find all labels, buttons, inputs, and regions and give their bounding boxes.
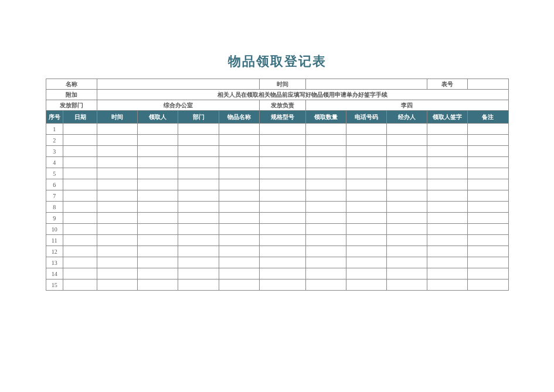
cell-dept[interactable]	[178, 202, 219, 213]
cell-handler[interactable]	[387, 224, 427, 235]
cell-handler[interactable]	[387, 135, 427, 146]
cell-qty[interactable]	[306, 213, 346, 224]
cell-requester[interactable]	[138, 213, 178, 224]
cell-phone[interactable]	[346, 190, 387, 202]
cell-remark[interactable]	[468, 124, 508, 135]
cell-phone[interactable]	[346, 268, 387, 279]
cell-requester[interactable]	[138, 279, 178, 291]
cell-date[interactable]	[63, 168, 97, 179]
cell-sign[interactable]	[427, 168, 468, 179]
cell-date[interactable]	[63, 146, 97, 157]
number-value[interactable]	[468, 79, 508, 90]
cell-time[interactable]	[97, 202, 138, 213]
cell-sign[interactable]	[427, 190, 468, 202]
cell-handler[interactable]	[387, 246, 427, 257]
cell-item[interactable]	[219, 135, 259, 146]
cell-spec[interactable]	[259, 213, 306, 224]
cell-spec[interactable]	[259, 279, 306, 291]
cell-item[interactable]	[219, 257, 259, 268]
cell-item[interactable]	[219, 146, 259, 157]
cell-item[interactable]	[219, 202, 259, 213]
cell-qty[interactable]	[306, 279, 346, 291]
cell-qty[interactable]	[306, 168, 346, 179]
cell-requester[interactable]	[138, 146, 178, 157]
cell-remark[interactable]	[468, 268, 508, 279]
cell-phone[interactable]	[346, 235, 387, 246]
cell-phone[interactable]	[346, 146, 387, 157]
cell-phone[interactable]	[346, 135, 387, 146]
cell-remark[interactable]	[468, 202, 508, 213]
cell-handler[interactable]	[387, 190, 427, 202]
cell-time[interactable]	[97, 246, 138, 257]
cell-requester[interactable]	[138, 268, 178, 279]
cell-spec[interactable]	[259, 202, 306, 213]
cell-remark[interactable]	[468, 213, 508, 224]
cell-item[interactable]	[219, 224, 259, 235]
cell-dept[interactable]	[178, 124, 219, 135]
cell-time[interactable]	[97, 124, 138, 135]
cell-sign[interactable]	[427, 279, 468, 291]
cell-requester[interactable]	[138, 157, 178, 168]
time-value[interactable]	[306, 79, 427, 90]
cell-sign[interactable]	[427, 202, 468, 213]
cell-time[interactable]	[97, 135, 138, 146]
cell-requester[interactable]	[138, 124, 178, 135]
cell-qty[interactable]	[306, 179, 346, 190]
cell-phone[interactable]	[346, 179, 387, 190]
cell-remark[interactable]	[468, 135, 508, 146]
cell-requester[interactable]	[138, 246, 178, 257]
cell-date[interactable]	[63, 124, 97, 135]
cell-spec[interactable]	[259, 179, 306, 190]
cell-handler[interactable]	[387, 124, 427, 135]
cell-qty[interactable]	[306, 135, 346, 146]
cell-item[interactable]	[219, 213, 259, 224]
cell-handler[interactable]	[387, 279, 427, 291]
cell-requester[interactable]	[138, 179, 178, 190]
cell-date[interactable]	[63, 257, 97, 268]
cell-qty[interactable]	[306, 146, 346, 157]
cell-time[interactable]	[97, 224, 138, 235]
cell-item[interactable]	[219, 279, 259, 291]
cell-remark[interactable]	[468, 235, 508, 246]
cell-sign[interactable]	[427, 235, 468, 246]
cell-date[interactable]	[63, 190, 97, 202]
cell-remark[interactable]	[468, 146, 508, 157]
cell-dept[interactable]	[178, 157, 219, 168]
cell-dept[interactable]	[178, 268, 219, 279]
cell-item[interactable]	[219, 246, 259, 257]
cell-spec[interactable]	[259, 224, 306, 235]
cell-spec[interactable]	[259, 190, 306, 202]
cell-qty[interactable]	[306, 124, 346, 135]
cell-item[interactable]	[219, 168, 259, 179]
cell-date[interactable]	[63, 235, 97, 246]
cell-handler[interactable]	[387, 179, 427, 190]
cell-date[interactable]	[63, 213, 97, 224]
cell-item[interactable]	[219, 235, 259, 246]
cell-dept[interactable]	[178, 246, 219, 257]
cell-phone[interactable]	[346, 224, 387, 235]
cell-spec[interactable]	[259, 235, 306, 246]
cell-phone[interactable]	[346, 157, 387, 168]
cell-dept[interactable]	[178, 279, 219, 291]
cell-date[interactable]	[63, 179, 97, 190]
cell-qty[interactable]	[306, 224, 346, 235]
cell-remark[interactable]	[468, 190, 508, 202]
cell-item[interactable]	[219, 157, 259, 168]
cell-requester[interactable]	[138, 202, 178, 213]
cell-phone[interactable]	[346, 246, 387, 257]
cell-spec[interactable]	[259, 246, 306, 257]
cell-sign[interactable]	[427, 157, 468, 168]
cell-qty[interactable]	[306, 257, 346, 268]
cell-remark[interactable]	[468, 157, 508, 168]
cell-remark[interactable]	[468, 279, 508, 291]
cell-date[interactable]	[63, 202, 97, 213]
cell-date[interactable]	[63, 246, 97, 257]
cell-phone[interactable]	[346, 257, 387, 268]
cell-qty[interactable]	[306, 202, 346, 213]
cell-time[interactable]	[97, 279, 138, 291]
cell-phone[interactable]	[346, 202, 387, 213]
cell-sign[interactable]	[427, 135, 468, 146]
cell-spec[interactable]	[259, 124, 306, 135]
cell-qty[interactable]	[306, 235, 346, 246]
cell-date[interactable]	[63, 135, 97, 146]
